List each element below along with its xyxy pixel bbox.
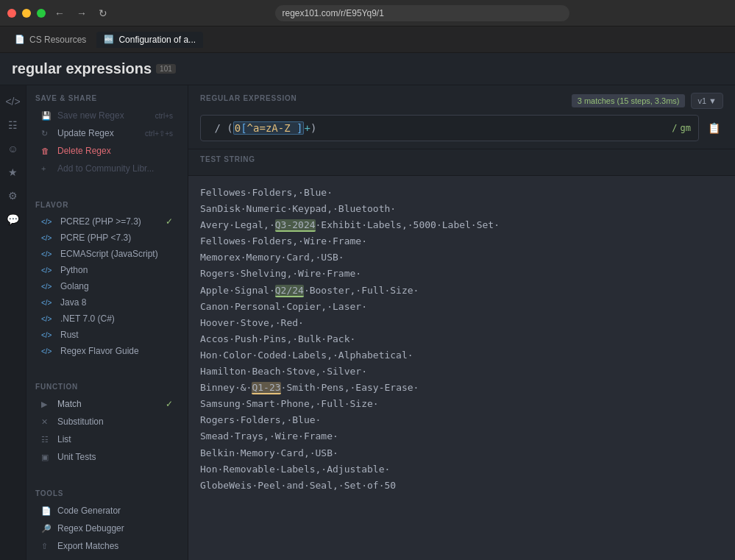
flavor-pcre2-check: ✓ — [166, 216, 173, 227]
function-substitution[interactable]: ✕ Substitution — [35, 413, 179, 430]
flavor-java8-label: Java 8 — [60, 297, 86, 308]
close-button[interactable] — [7, 9, 16, 18]
app-header: regular expressions 101 — [0, 53, 735, 85]
function-unit-tests[interactable]: ▣ Unit Tests — [35, 448, 179, 466]
function-unit-tests-label: Unit Tests — [57, 452, 173, 462]
community-add-icon: + — [41, 164, 52, 173]
flavor-golang[interactable]: </> Golang — [35, 278, 179, 294]
regex-input-row: / ( 0[^a=zA-Z ] + ) / gm 📋 — [200, 115, 723, 141]
line-15: Rogers·Folders,·Blue· — [200, 412, 723, 428]
forward-button[interactable]: → — [74, 6, 90, 21]
main-layout: </> ☷ ☺ ★ ⚙ 💬 SAVE & SHARE 💾 Save new Re… — [0, 85, 735, 560]
flavor-pcre[interactable]: </> PCRE (PHP <7.3) — [35, 230, 179, 246]
tool-export-matches-label: Export Matches — [57, 541, 173, 551]
tab-cs-resources-label: CS Resources — [29, 35, 86, 45]
url-text: regex101.com/r/E95Yq9/1 — [283, 8, 384, 18]
delete-icon: 🗑 — [41, 146, 52, 155]
flavor-rust[interactable]: </> Rust — [35, 327, 179, 343]
flavor-python[interactable]: </> Python — [35, 262, 179, 278]
line-19: GlobeWeis·Peel·and·Seal,·Set·of·50 — [200, 478, 723, 494]
maximize-button[interactable] — [37, 9, 46, 18]
save-new-regex-item[interactable]: 💾 Save new Regex ctrl+s — [35, 107, 179, 124]
save-icon: 💾 — [41, 111, 52, 121]
refresh-button[interactable]: ↻ — [96, 6, 110, 21]
content-area: REGULAR EXPRESSION 3 matches (15 steps, … — [188, 85, 735, 560]
update-regex-item[interactable]: ↻ Update Regex ctrl+⇧+s — [35, 124, 179, 142]
flavor-dotnet-icon: </> — [41, 315, 54, 323]
icon-community[interactable]: 💬 — [3, 209, 24, 230]
tool-regex-debugger-label: Regex Debugger — [57, 523, 173, 534]
add-community-label: Add to Community Libr... — [57, 163, 173, 174]
app-container: regular expressions 101 </> ☷ ☺ ★ ⚙ 💬 SA… — [0, 53, 735, 560]
tab-cs-resources[interactable]: 📄 CS Resources — [7, 32, 93, 48]
logo-bold: expressions — [65, 60, 152, 77]
regex-flag-slash: / — [672, 123, 677, 133]
tool-regex-debugger[interactable]: 🔎 Regex Debugger — [35, 520, 179, 537]
line-3: Avery·Legal,·Q3-2024·Exhibit·Labels,·500… — [200, 217, 723, 233]
regex-delimiter-close: ) — [310, 122, 316, 134]
tab-bar: 📄 CS Resources 🔤 Configuration of a... — [0, 26, 735, 53]
line-17: Belkin·Memory·Card,·USB· — [200, 445, 723, 461]
line-5: Memorex·Memory·Card,·USB· — [200, 249, 723, 266]
flavor-rust-icon: </> — [41, 331, 54, 339]
flavor-java8[interactable]: </> Java 8 — [35, 294, 179, 311]
line-16: Smead·Trays,·Wire·Frame· — [200, 428, 723, 444]
flavor-ecma-label: ECMAScript (JavaScript) — [60, 249, 158, 259]
flavor-dotnet[interactable]: </> .NET 7.0 (C#) — [35, 311, 179, 327]
line-8: Canon·Personal·Copier,·Laser· — [200, 299, 723, 315]
regex-flags: / gm — [672, 123, 691, 133]
list-icon: ☷ — [41, 435, 52, 444]
save-share-title: SAVE & SHARE — [35, 94, 179, 102]
tab-configuration[interactable]: 🔤 Configuration of a... — [96, 32, 203, 48]
tool-code-generator-label: Code Generator — [57, 506, 173, 516]
function-list[interactable]: ☷ List — [35, 430, 179, 448]
address-bar[interactable]: regex101.com/r/E95Yq9/1 — [275, 5, 569, 21]
regex-highlight: 0[^a=zA-Z ] — [233, 121, 305, 135]
flavor-python-label: Python — [60, 265, 88, 275]
flavor-golang-icon: </> — [41, 283, 54, 291]
add-community-item[interactable]: + Add to Community Libr... — [35, 160, 179, 177]
icon-code[interactable]: </> — [3, 91, 24, 112]
regex-char0: 0 — [235, 122, 241, 134]
code-gen-icon: 📄 — [41, 506, 52, 516]
flavor-guide-icon: </> — [41, 347, 54, 355]
icon-user[interactable]: ☺ — [3, 138, 24, 159]
regex-version-button[interactable]: v1 ▼ — [691, 93, 723, 109]
flavor-pcre2-label: PCRE2 (PHP >=7.3) — [60, 216, 141, 227]
tool-export-matches[interactable]: ⇧ Export Matches — [35, 537, 179, 555]
icon-settings[interactable]: ⚙ — [3, 185, 24, 206]
copy-regex-button[interactable]: 📋 — [705, 119, 723, 137]
regex-flag-values: gm — [681, 123, 691, 133]
function-substitution-label: Substitution — [57, 417, 173, 427]
flavor-python-icon: </> — [41, 266, 54, 274]
line-14: Samsung·Smart·Phone,·Full·Size· — [200, 396, 723, 412]
back-button[interactable]: ← — [52, 6, 68, 21]
update-regex-shortcut: ctrl+⇧+s — [145, 130, 173, 138]
tool-code-generator[interactable]: 📄 Code Generator — [35, 502, 179, 520]
regex-quantifier: + — [304, 122, 310, 134]
function-title: FUNCTION — [35, 383, 179, 391]
regex-input-container[interactable]: / ( 0[^a=zA-Z ] + ) / gm — [200, 115, 699, 141]
delete-regex-item[interactable]: 🗑 Delete Regex — [35, 142, 179, 160]
flavor-dotnet-label: .NET 7.0 (C#) — [60, 313, 115, 324]
function-list-label: List — [57, 434, 173, 444]
tab-configuration-label: Configuration of a... — [118, 35, 196, 45]
regex-delimiter-open: / ( — [208, 122, 233, 134]
update-regex-label: Update Regex — [57, 128, 139, 138]
minimize-button[interactable] — [22, 9, 31, 18]
icon-chart[interactable]: ☷ — [3, 115, 24, 135]
flavor-guide[interactable]: </> Regex Flavor Guide — [35, 343, 179, 359]
function-match[interactable]: ▶ Match ✓ — [35, 395, 179, 413]
match-count-badge: 3 matches (15 steps, 3.3ms) — [572, 94, 686, 107]
flavor-rust-label: Rust — [60, 330, 79, 340]
flavor-ecma[interactable]: </> ECMAScript (JavaScript) — [35, 246, 179, 262]
save-new-label: Save new Regex — [57, 110, 149, 121]
logo-regular: regular — [12, 60, 62, 77]
flavor-pcre2[interactable]: </> PCRE2 (PHP >=7.3) ✓ — [35, 213, 179, 230]
update-icon: ↻ — [41, 129, 52, 138]
match-check: ✓ — [166, 399, 173, 409]
line-7: Apple·Signal·Q2/24·Booster,·Full·Size· — [200, 283, 723, 299]
test-string-content[interactable]: Fellowes·Folders,·Blue· SanDisk·Numeric·… — [188, 176, 735, 560]
icon-star[interactable]: ★ — [3, 162, 24, 182]
line-2: SanDisk·Numeric·Keypad,·Bluetooth· — [200, 201, 723, 217]
